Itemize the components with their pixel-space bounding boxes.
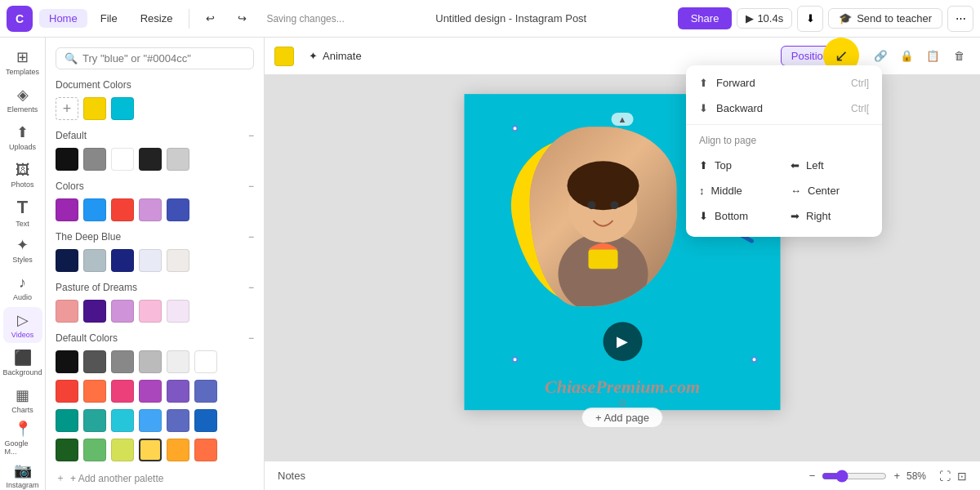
forward-shortcut: Ctrl] <box>851 78 869 89</box>
default-gray[interactable] <box>83 148 106 171</box>
color-lavender[interactable] <box>139 198 162 221</box>
templates-icon: ⊞ <box>16 48 29 66</box>
default-colors-collapse[interactable]: − <box>248 332 254 344</box>
elements-label: Elements <box>7 105 38 114</box>
backward-menu-item[interactable]: ⬇ Backward Ctrl[ <box>686 96 882 121</box>
video-play-button[interactable]: ▶ <box>603 322 642 361</box>
align-top[interactable]: ⬆ Top <box>693 153 784 178</box>
share-button[interactable]: Share <box>678 7 733 29</box>
forward-label: Forward <box>716 77 755 89</box>
doc-color-cyan[interactable] <box>111 97 134 120</box>
undo-button[interactable]: ↩ <box>196 9 225 28</box>
pasture-pink[interactable] <box>56 300 78 323</box>
sidebar-item-elements[interactable]: ◈ Elements <box>3 82 42 118</box>
color-indigo[interactable] <box>167 198 189 221</box>
background-label: Background <box>2 368 42 376</box>
trash-icon[interactable]: 🗑 <box>947 45 970 68</box>
add-palette-button[interactable]: ＋ + Add another palette <box>56 468 254 488</box>
align-middle[interactable]: ↕ Middle <box>693 178 784 203</box>
deep-indigo[interactable] <box>111 249 134 272</box>
align-center-icon: ↔ <box>791 185 801 197</box>
animate-button[interactable]: ✦ Animate <box>301 47 370 65</box>
align-left[interactable]: ⬅ Left <box>784 153 875 178</box>
videos-label: Videos <box>11 331 33 339</box>
deep-cream[interactable] <box>167 249 189 272</box>
sidebar-item-instagram[interactable]: 📷 Instagram <box>3 457 42 490</box>
link-icon[interactable]: 🔗 <box>869 45 892 68</box>
doc-color-yellow[interactable] <box>83 97 106 120</box>
default-black[interactable] <box>56 148 78 171</box>
play-button[interactable]: ▶ 10.4s <box>737 8 792 29</box>
sidebar-item-uploads[interactable]: ⬆ Uploads <box>3 119 42 155</box>
align-center[interactable]: ↔ Center <box>784 178 875 203</box>
pasture-dark-purple[interactable] <box>83 300 106 323</box>
sidebar-item-charts[interactable]: ▦ Charts <box>3 382 42 418</box>
templates-label: Templates <box>6 68 39 76</box>
styles-label: Styles <box>12 256 33 264</box>
default-full-row4 <box>56 439 254 461</box>
instagram-label: Instagram <box>6 481 38 489</box>
topbar: C Home File Resize ↩ ↪ Saving changes...… <box>0 0 980 38</box>
color-red[interactable] <box>111 198 134 221</box>
color-search-input[interactable] <box>82 52 245 65</box>
sidebar-item-audio[interactable]: ♪ Audio <box>3 270 42 305</box>
home-button[interactable]: Home <box>39 9 87 28</box>
sidebar-item-videos[interactable]: ▷ Videos <box>3 307 42 343</box>
forward-menu-item[interactable]: ⬆ Forward Ctrl] <box>686 70 882 96</box>
selected-color-swatch[interactable] <box>274 47 294 66</box>
align-section-title: Align to page <box>686 128 882 149</box>
sidebar-item-background[interactable]: ⬛ Background <box>3 345 42 381</box>
copy-icon[interactable]: 📋 <box>921 45 944 68</box>
deep-bluegray[interactable] <box>83 249 106 272</box>
add-document-color-button[interactable]: + <box>56 97 78 120</box>
default-white[interactable] <box>111 148 134 171</box>
pasture-collapse-button[interactable]: − <box>248 282 254 293</box>
icon-sidebar: ⊞ Templates ◈ Elements ⬆ Uploads 🖼 Photo… <box>0 38 46 490</box>
zoom-out-icon[interactable]: − <box>809 470 816 482</box>
zoom-slider[interactable] <box>822 470 887 483</box>
photo-frame[interactable] <box>530 127 677 306</box>
align-bottom[interactable]: ⬇ Bottom <box>693 203 784 229</box>
selection-handle-tl <box>512 125 519 131</box>
send-teacher-label: Send to teacher <box>857 12 932 24</box>
color-purple[interactable] <box>56 198 78 221</box>
fullscreen-icon[interactable]: ⛶ <box>939 470 951 483</box>
pasture-lavender[interactable] <box>111 300 134 323</box>
default-full-row1 <box>56 350 254 373</box>
file-button[interactable]: File <box>91 9 127 28</box>
svg-point-3 <box>588 201 596 209</box>
default-lightgray[interactable] <box>167 148 189 171</box>
default-collapse-button[interactable]: − <box>248 130 254 141</box>
color-search-box[interactable]: 🔍 <box>56 47 254 69</box>
colors-row <box>56 198 254 221</box>
send-teacher-button[interactable]: 🎓 Send to teacher <box>828 8 942 29</box>
colors-collapse-button[interactable]: − <box>248 180 254 192</box>
align-right[interactable]: ➡ Right <box>784 203 875 229</box>
lock-icon[interactable]: 🔒 <box>895 45 918 68</box>
sidebar-item-text[interactable]: T Text <box>3 194 42 230</box>
deep-blue-collapse-button[interactable]: − <box>248 231 254 243</box>
deep-pale[interactable] <box>139 249 162 272</box>
align-right-icon: ➡ <box>791 210 800 222</box>
sidebar-item-templates[interactable]: ⊞ Templates <box>3 44 42 80</box>
pasture-light-pink[interactable] <box>139 300 162 323</box>
deep-blue-section: The Deep Blue − <box>56 231 254 243</box>
pasture-pale[interactable] <box>167 300 189 323</box>
backward-icon: ⬇ <box>699 102 708 114</box>
selection-handle-br <box>751 356 758 363</box>
redo-button[interactable]: ↪ <box>228 9 256 28</box>
color-blue[interactable] <box>83 198 106 221</box>
download-button[interactable]: ⬇ <box>797 6 823 32</box>
sidebar-item-photos[interactable]: 🖼 Photos <box>3 157 42 193</box>
zoom-in-icon[interactable]: + <box>893 470 900 482</box>
more-button[interactable]: ⋯ <box>947 6 973 32</box>
add-page-button[interactable]: + Add page <box>581 408 663 428</box>
sidebar-item-google-maps[interactable]: 📍 Google M... <box>3 420 42 456</box>
default-darkgray[interactable] <box>139 148 162 171</box>
zoom-value: 58% <box>906 470 926 482</box>
deep-navy[interactable] <box>56 249 78 272</box>
sidebar-item-styles[interactable]: ✦ Styles <box>3 232 42 268</box>
svg-point-2 <box>568 161 639 210</box>
grid-icon[interactable]: ⊡ <box>957 470 967 483</box>
resize-button[interactable]: Resize <box>131 9 183 28</box>
